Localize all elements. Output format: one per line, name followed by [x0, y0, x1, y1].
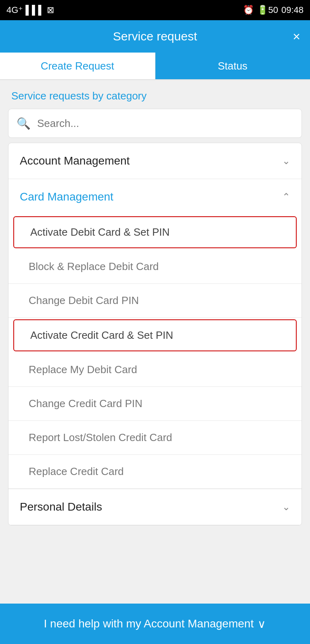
search-box: 🔍 [8, 109, 302, 138]
search-input[interactable] [37, 117, 293, 130]
list-item-change-credit-pin[interactable]: Change Credit Card PIN [8, 387, 302, 421]
battery-icon: 🔋50 [257, 5, 278, 15]
header: Service request × [0, 20, 310, 53]
signal-bars: ▌▌▌ [25, 5, 44, 15]
card-management-label: Card Management [20, 190, 113, 203]
list-item-report-lost-credit[interactable]: Report Lost/Stolen Credit Card [8, 421, 302, 455]
alarm-icon: ⏰ [243, 5, 254, 15]
status-right: ⏰ 🔋50 09:48 [243, 5, 304, 15]
list-item-replace-credit[interactable]: Replace Credit Card [8, 455, 302, 489]
chevron-down-icon-2: ⌄ [282, 501, 290, 513]
status-left: 4G⁺ ▌▌▌ ⊠ [6, 5, 54, 15]
section-account-management[interactable]: Account Management ⌄ [8, 143, 302, 179]
close-button[interactable]: × [293, 29, 300, 44]
time-display: 09:48 [281, 5, 304, 15]
bottom-bar-text: I need help with my Account Management [44, 617, 254, 630]
personal-details-label: Personal Details [20, 500, 102, 513]
section-card-management[interactable]: Card Management ⌃ [8, 179, 302, 215]
main-content: 🔍 Account Management ⌄ Card Management ⌃… [0, 109, 310, 604]
list-item-change-debit-pin[interactable]: Change Debit Card PIN [8, 284, 302, 318]
tab-create-request[interactable]: Create Request [0, 53, 155, 79]
signal-icon: 4G⁺ [6, 5, 23, 15]
bottom-bar[interactable]: I need help with my Account Management ∨ [0, 604, 310, 644]
header-title: Service request [113, 30, 197, 43]
section-personal-details[interactable]: Personal Details ⌄ [8, 489, 302, 525]
category-label: Service requests by category [0, 80, 310, 109]
account-management-label: Account Management [20, 154, 130, 167]
chevron-down-icon: ⌄ [282, 155, 290, 167]
list-item-activate-credit[interactable]: Activate Credit Card & Set PIN [13, 319, 297, 351]
list-item-replace-debit[interactable]: Replace My Debit Card [8, 353, 302, 387]
bottom-bar-chevron-icon: ∨ [258, 617, 266, 631]
chevron-up-icon: ⌃ [282, 191, 290, 203]
search-icon: 🔍 [17, 117, 31, 130]
tab-status[interactable]: Status [155, 53, 310, 79]
tab-bar: Create Request Status [0, 53, 310, 80]
list-container: Account Management ⌄ Card Management ⌃ A… [8, 143, 302, 526]
data-icon: ⊠ [47, 5, 54, 15]
list-item-activate-debit[interactable]: Activate Debit Card & Set PIN [13, 216, 297, 248]
list-item-block-replace-debit[interactable]: Block & Replace Debit Card [8, 250, 302, 284]
status-bar: 4G⁺ ▌▌▌ ⊠ ⏰ 🔋50 09:48 [0, 0, 310, 20]
